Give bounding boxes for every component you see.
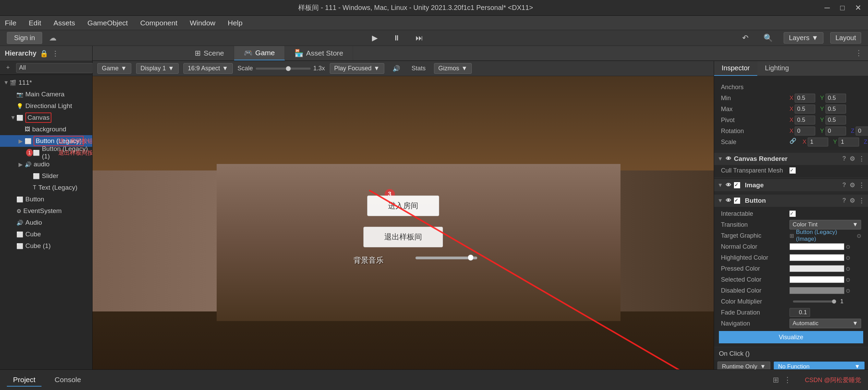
navigation-dropdown[interactable]: Automatic ▼ (789, 319, 861, 328)
settings-icon[interactable]: ⚙ (849, 197, 855, 204)
pressed-color-swatch[interactable] (789, 265, 844, 272)
help-icon[interactable]: ? (842, 181, 846, 189)
enter-room-button[interactable]: 进入房间 (367, 196, 439, 216)
target-graphic-pick-icon[interactable]: ⊙ (857, 233, 861, 239)
tab-lighting[interactable]: Lighting (757, 61, 796, 76)
tree-item-main-camera[interactable]: 📷 Main Camera (0, 88, 92, 100)
aspect-dropdown[interactable]: 16:9 Aspect ▼ (183, 63, 233, 74)
bottom-menu-icon[interactable]: ⋮ (784, 376, 791, 385)
game-dropdown[interactable]: Game ▼ (97, 63, 131, 74)
visualize-button[interactable]: Visualize (719, 331, 863, 343)
search-button[interactable]: 🔍 (759, 32, 777, 44)
tabs-more-menu[interactable]: ⋮ (849, 46, 868, 60)
menu-help[interactable]: Help (228, 19, 242, 27)
canvas-renderer-section-header[interactable]: ▼ 👁 Canvas Renderer ? ⚙ ⋮ (714, 153, 868, 165)
target-graphic-link[interactable]: Button (Legacy) (Image) (796, 229, 855, 243)
menu-gameobject[interactable]: GameObject (87, 19, 128, 27)
scale-track[interactable] (256, 68, 311, 70)
selected-color-swatch[interactable] (789, 276, 844, 283)
scale-x-input[interactable] (808, 138, 828, 146)
more-icon[interactable]: ⋮ (858, 181, 865, 189)
exit-room-button[interactable]: 退出样板间 (363, 227, 443, 247)
tab-game[interactable]: 🎮 Game (234, 46, 285, 60)
checkbox-image[interactable] (734, 182, 740, 188)
max-y-input[interactable] (825, 105, 846, 114)
minimize-button[interactable]: ─ (824, 3, 830, 12)
interactable-checkbox[interactable] (789, 211, 796, 217)
hierarchy-menu-icon[interactable]: ⋮ (52, 49, 59, 58)
music-slider[interactable] (415, 257, 477, 259)
layers-dropdown[interactable]: Layers ▼ (784, 32, 823, 44)
menu-edit[interactable]: Edit (29, 19, 41, 27)
pivot-y-input[interactable] (825, 116, 846, 125)
mute-button[interactable]: 🔊 (389, 64, 403, 73)
tab-console[interactable]: Console (48, 374, 87, 387)
more-icon[interactable]: ⋮ (858, 197, 865, 204)
tree-item-eventsystem[interactable]: ⚙ EventSystem (0, 205, 92, 217)
help-icon[interactable]: ? (842, 197, 846, 204)
rot-z-input[interactable] (856, 127, 868, 135)
checkbox-button[interactable] (734, 198, 740, 204)
tab-asset-store[interactable]: 🏪 Asset Store (285, 46, 353, 60)
help-icon[interactable]: ? (842, 155, 846, 163)
scale-y-input[interactable] (839, 138, 859, 146)
tree-item-scene[interactable]: ▼ 🎬 111* (0, 77, 92, 88)
signin-button[interactable]: Sign in (7, 32, 42, 44)
rot-x-input[interactable] (795, 127, 815, 135)
close-button[interactable]: ✕ (855, 3, 861, 12)
cull-checkbox[interactable] (789, 167, 796, 174)
maximize-button[interactable]: □ (840, 3, 845, 12)
menu-assets[interactable]: Assets (53, 19, 75, 27)
play-focused-dropdown[interactable]: Play Focused ▼ (330, 63, 384, 74)
color-multiplier-track[interactable] (793, 300, 834, 303)
step-button[interactable]: ⏭ (411, 32, 427, 44)
menu-file[interactable]: File (5, 19, 16, 27)
scale-thumb[interactable] (286, 66, 291, 71)
layout-button[interactable]: Layout (830, 32, 861, 44)
add-hierarchy-button[interactable]: + (3, 63, 13, 72)
fade-duration-input[interactable] (789, 308, 810, 317)
menu-window[interactable]: Window (190, 19, 216, 27)
tree-item-button[interactable]: ⬜ Button (0, 193, 92, 205)
settings-icon[interactable]: ⚙ (849, 155, 855, 163)
more-icon[interactable]: ⋮ (858, 155, 865, 163)
selected-color-pick-icon[interactable]: ⊙ (846, 276, 850, 283)
normal-color-swatch[interactable] (789, 243, 844, 250)
highlighted-color-swatch[interactable] (789, 254, 844, 261)
settings-icon[interactable]: ⚙ (849, 181, 855, 189)
tree-item-canvas[interactable]: ▼ ⬜ Canvas (0, 112, 92, 123)
min-x-input[interactable] (795, 94, 815, 103)
tree-item-background[interactable]: 🖼 background (0, 123, 92, 135)
hierarchy-lock-icon[interactable]: 🔒 (40, 49, 48, 58)
pivot-x-input[interactable] (795, 116, 815, 125)
play-button[interactable]: ▶ (368, 32, 382, 44)
history-button[interactable]: ↶ (738, 32, 752, 44)
menu-component[interactable]: Component (140, 19, 178, 27)
tree-item-audio[interactable]: ▶ 🔊 audio (0, 158, 92, 170)
tab-scene[interactable]: ⊞ Scene (185, 46, 234, 60)
highlighted-color-pick-icon[interactable]: ⊙ (846, 255, 850, 261)
tree-item-button-legacy-1[interactable]: 1 ⬜ Button (Legacy) (1) 退出样板间按钮 (0, 147, 92, 158)
max-x-input[interactable] (795, 105, 815, 114)
normal-color-pick-icon[interactable]: ⊙ (846, 244, 850, 250)
gizmos-dropdown[interactable]: Gizmos ▼ (434, 63, 472, 74)
tree-item-cube-1[interactable]: ⬜ Cube (1) (0, 240, 92, 252)
tree-item-dir-light[interactable]: 💡 Directional Light (0, 100, 92, 112)
bottom-expand-icon[interactable]: ⊞ (773, 376, 779, 385)
color-multiplier-thumb[interactable] (832, 299, 836, 304)
min-y-input[interactable] (825, 94, 846, 103)
tab-project[interactable]: Project (7, 374, 41, 387)
hierarchy-search-input[interactable] (16, 63, 102, 73)
tab-inspector[interactable]: Inspector (714, 61, 757, 76)
tree-item-text-legacy[interactable]: T Text (Legacy) (0, 182, 92, 193)
pause-button[interactable]: ⏸ (389, 32, 405, 44)
disabled-color-swatch[interactable] (789, 287, 844, 294)
disabled-color-pick-icon[interactable]: ⊙ (846, 287, 850, 294)
tree-item-audio-root[interactable]: 🔊 Audio (0, 217, 92, 228)
transition-dropdown[interactable]: Color Tint ▼ (789, 220, 861, 229)
tree-item-slider[interactable]: ⬜ Slider (0, 170, 92, 182)
tree-item-cube[interactable]: ⬜ Cube (0, 228, 92, 240)
pressed-color-pick-icon[interactable]: ⊙ (846, 265, 850, 272)
display-dropdown[interactable]: Display 1 ▼ (136, 63, 179, 74)
image-section-header[interactable]: ▼ 👁 Image ? ⚙ ⋮ (714, 179, 868, 191)
